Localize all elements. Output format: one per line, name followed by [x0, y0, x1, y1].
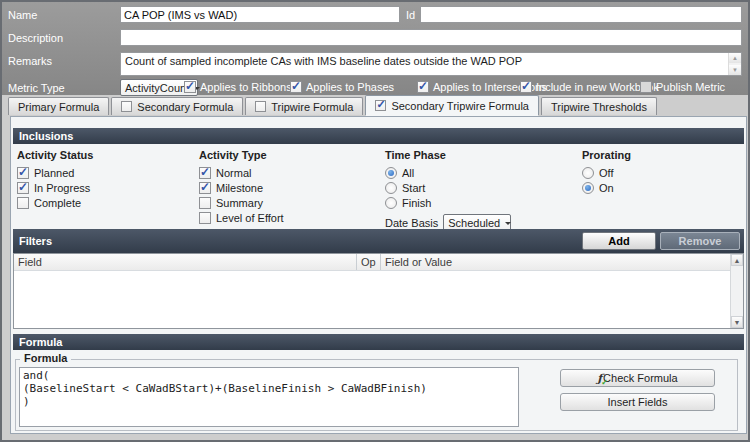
- option-label: Complete: [34, 197, 81, 209]
- scroll-down-icon[interactable]: ▼: [729, 65, 741, 75]
- checkbox-icon[interactable]: [184, 81, 196, 93]
- remove-button[interactable]: Remove: [660, 232, 740, 250]
- radio-icon[interactable]: [385, 182, 397, 194]
- column-header-field-or-value[interactable]: Field or Value: [380, 254, 730, 270]
- metric-editor-window: Name Id Description Remarks Count of sam…: [0, 0, 750, 442]
- metric-header-panel: Name Id Description Remarks Count of sam…: [2, 2, 748, 95]
- applies-to-phases-checkbox[interactable]: Applies to Phases: [290, 81, 394, 93]
- checkbox-icon[interactable]: [199, 182, 211, 194]
- option-label: Normal: [216, 167, 251, 179]
- checkbox-icon[interactable]: [17, 167, 29, 179]
- option-planned[interactable]: Planned: [17, 166, 199, 181]
- function-check-icon: ƒ✓: [597, 372, 602, 385]
- checkbox-icon[interactable]: [640, 81, 652, 93]
- inclusions-title: Inclusions: [19, 130, 73, 142]
- tab-tripwire-formula[interactable]: Tripwire Formula: [245, 97, 363, 115]
- option-summary[interactable]: Summary: [199, 196, 385, 211]
- publish-metric-checkbox[interactable]: Publish Metric: [640, 81, 725, 93]
- insert-fields-button[interactable]: Insert Fields: [560, 393, 715, 411]
- description-row: Description: [2, 29, 748, 47]
- time-phase-group: Time Phase All Start Finish Date Basis S…: [385, 149, 582, 229]
- radio-on[interactable]: On: [582, 181, 742, 196]
- checkbox-icon[interactable]: [17, 182, 29, 194]
- check-formula-button[interactable]: ƒ✓Check Formula: [560, 369, 715, 387]
- activity-status-title: Activity Status: [17, 149, 199, 161]
- remarks-scrollbar[interactable]: ▲ ▼: [728, 53, 741, 75]
- option-normal[interactable]: Normal: [199, 166, 385, 181]
- radio-icon[interactable]: [582, 167, 594, 179]
- add-button[interactable]: Add: [582, 232, 656, 250]
- tab-primary-formula[interactable]: Primary Formula: [8, 97, 109, 115]
- name-row: Name Id: [2, 6, 748, 24]
- date-basis-label: Date Basis: [385, 217, 438, 229]
- filters-table-scrollbar[interactable]: ▲ ▼: [730, 254, 743, 328]
- option-milestone[interactable]: Milestone: [199, 181, 385, 196]
- tab-checkbox-icon[interactable]: [121, 101, 132, 112]
- option-label: In Progress: [34, 182, 90, 194]
- tab-secondary-formula[interactable]: Secondary Formula: [111, 97, 243, 115]
- formula-tabbar: Primary Formula Secondary Formula Tripwi…: [8, 97, 659, 117]
- include-in-new-workbook-checkbox[interactable]: Include in new Workbook: [520, 81, 659, 93]
- name-input[interactable]: [120, 6, 400, 23]
- checkbox-icon[interactable]: [199, 167, 211, 179]
- option-label: All: [402, 167, 414, 179]
- secondary-tripwire-formula-panel: Inclusions Activity Status Planned In Pr…: [10, 116, 747, 434]
- inclusions-body: Activity Status Planned In Progress Comp…: [17, 149, 742, 229]
- applies-to-ribbons-checkbox[interactable]: Applies to Ribbons: [184, 81, 292, 93]
- filters-title: Filters: [19, 235, 52, 247]
- radio-icon[interactable]: [385, 197, 397, 209]
- checkbox-icon[interactable]: [290, 81, 302, 93]
- tab-checkbox-icon[interactable]: [375, 100, 386, 111]
- option-complete[interactable]: Complete: [17, 196, 199, 211]
- option-label: On: [599, 182, 614, 194]
- insert-fields-label: Insert Fields: [608, 396, 668, 408]
- radio-finish[interactable]: Finish: [385, 196, 582, 211]
- remarks-row: Remarks Count of sampled incomplete CAs …: [2, 52, 748, 76]
- option-level-of-effort[interactable]: Level of Effort: [199, 211, 385, 226]
- checkbox-label: Applies to Ribbons: [200, 81, 292, 93]
- option-label: Finish: [402, 197, 431, 209]
- column-header-op[interactable]: Op: [356, 254, 380, 270]
- metric-type-label: Metric Type: [8, 82, 65, 94]
- tab-label: Tripwire Formula: [271, 101, 353, 113]
- option-label: Start: [402, 182, 425, 194]
- checkbox-icon[interactable]: [17, 197, 29, 209]
- scroll-down-icon[interactable]: ▼: [731, 316, 743, 328]
- date-basis-value: Scheduled: [448, 217, 500, 229]
- tab-checkbox-icon[interactable]: [255, 101, 266, 112]
- option-label: Milestone: [216, 182, 263, 194]
- radio-icon[interactable]: [582, 182, 594, 194]
- scroll-up-icon[interactable]: ▲: [729, 53, 741, 63]
- activity-type-title: Activity Type: [199, 149, 385, 161]
- filters-table: Field Op Field or Value ▲ ▼: [13, 253, 744, 329]
- option-label: Level of Effort: [216, 212, 284, 224]
- id-input[interactable]: [420, 6, 742, 23]
- formula-group-label: Formula: [20, 352, 71, 364]
- formula-input[interactable]: and( (BaselineStart < CaWadBStart)+(Base…: [19, 367, 519, 427]
- option-in-progress[interactable]: In Progress: [17, 181, 199, 196]
- check-formula-label: Check Formula: [603, 372, 678, 384]
- option-label: Planned: [34, 167, 74, 179]
- name-label: Name: [8, 9, 37, 21]
- remarks-input[interactable]: Count of sampled incomplete CAs with IMS…: [120, 52, 742, 76]
- checkbox-icon[interactable]: [417, 81, 429, 93]
- checkbox-icon[interactable]: [520, 81, 532, 93]
- filters-table-header: Field Op Field or Value: [14, 254, 743, 271]
- tab-tripwire-thresholds[interactable]: Tripwire Thresholds: [541, 97, 657, 115]
- column-header-field[interactable]: Field: [14, 254, 356, 270]
- prorating-title: Prorating: [582, 149, 742, 161]
- id-label: Id: [406, 9, 415, 21]
- option-label: Summary: [216, 197, 263, 209]
- scroll-up-icon[interactable]: ▲: [731, 254, 743, 266]
- radio-all[interactable]: All: [385, 166, 582, 181]
- radio-icon[interactable]: [385, 167, 397, 179]
- formula-title: Formula: [19, 336, 62, 348]
- activity-status-group: Activity Status Planned In Progress Comp…: [17, 149, 199, 229]
- radio-off[interactable]: Off: [582, 166, 742, 181]
- radio-start[interactable]: Start: [385, 181, 582, 196]
- tab-secondary-tripwire-formula[interactable]: Secondary Tripwire Formula: [365, 95, 539, 115]
- description-input[interactable]: [120, 29, 742, 46]
- checkbox-icon[interactable]: [199, 212, 211, 224]
- remarks-text: Count of sampled incomplete CAs with IMS…: [125, 55, 522, 67]
- checkbox-icon[interactable]: [199, 197, 211, 209]
